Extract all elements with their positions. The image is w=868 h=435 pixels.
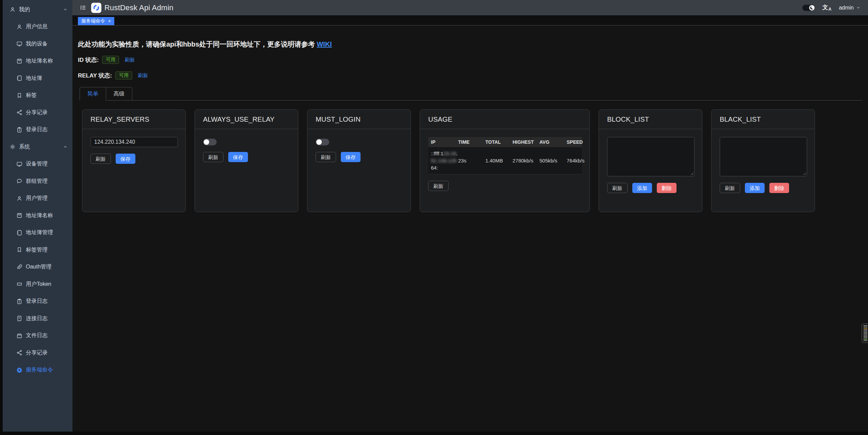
sidebar-group-mine[interactable]: 我的: [3, 1, 72, 18]
main-area: RustDesk Api Admin 文 A admin 服务端命令 ×: [72, 0, 868, 432]
tab-advanced[interactable]: 高级: [106, 87, 132, 101]
sidebar-item-my-devices[interactable]: 我的设备: [3, 35, 72, 53]
sidebar-collapse-icon[interactable]: [80, 4, 86, 11]
relay-servers-input[interactable]: [90, 137, 178, 147]
block-list-textarea[interactable]: [607, 137, 695, 176]
card-usage: USAGE IP TIME TOTAL HIGHEST AVG SPEED: [420, 109, 590, 212]
card-title: BLOCK_LIST: [599, 110, 702, 129]
page-tabbar: 服务端命令 ×: [72, 15, 868, 25]
sidebar-item-label: 登录日志: [26, 126, 48, 133]
wiki-link[interactable]: WIKI: [317, 40, 332, 48]
relay-servers-save-button[interactable]: 保存: [116, 154, 135, 164]
sidebar-item-file-logs[interactable]: 文件日志: [3, 327, 72, 345]
sidebar-item-label: 标签管理: [26, 246, 48, 254]
sidebar-item-addressbook-names-admin[interactable]: 地址簿名称: [3, 207, 72, 224]
id-status-refresh-link[interactable]: 刷新: [124, 57, 135, 63]
translate-glyph-sub: A: [829, 7, 832, 11]
share-icon: [16, 350, 22, 356]
ip-redacted: 23.16: [444, 151, 456, 156]
id-status-label: ID 状态:: [78, 56, 99, 64]
black-list-textarea[interactable]: [720, 137, 807, 176]
sidebar-item-label: 用户信息: [26, 23, 48, 30]
sidebar-item-device-mgmt[interactable]: 设备管理: [3, 156, 72, 173]
share-icon: [16, 109, 22, 116]
always-use-relay-toggle[interactable]: [203, 139, 217, 145]
sidebar-group-label: 系统: [19, 143, 30, 151]
book-icon: [16, 212, 22, 219]
dark-mode-toggle[interactable]: [802, 5, 815, 11]
usage-refresh-button[interactable]: 刷新: [428, 181, 449, 191]
black-list-add-button[interactable]: 添加: [745, 183, 765, 193]
floating-widget-clipped[interactable]: [862, 324, 868, 343]
sidebar-group-system[interactable]: 系统: [3, 138, 72, 156]
sidebar-item-oauth-mgmt[interactable]: Oauth管理: [3, 259, 72, 276]
button-row: 刷新 保存: [316, 152, 402, 162]
relay-status-refresh-link[interactable]: 刷新: [138, 72, 148, 79]
sidebar-item-addressbook[interactable]: 地址簿: [3, 70, 72, 87]
block-list-add-button[interactable]: 添加: [632, 183, 652, 193]
always-use-relay-save-button[interactable]: 保存: [228, 152, 248, 162]
sidebar-item-share-records-admin[interactable]: 分享记录: [3, 344, 72, 362]
block-list-delete-button[interactable]: 删除: [657, 183, 677, 193]
card-body: 刷新 添加 删除: [712, 129, 815, 201]
block-list-refresh-button[interactable]: 刷新: [607, 183, 628, 193]
card-body: 刷新 添加 删除: [599, 129, 702, 201]
card-block-list: BLOCK_LIST 刷新 添加 删除: [599, 109, 702, 212]
document-icon: [16, 315, 22, 321]
sidebar-item-addressbook-mgmt[interactable]: 地址簿管理: [3, 224, 72, 242]
topbar-right: 文 A admin: [802, 4, 861, 11]
sidebar-item-addressbook-names[interactable]: 地址簿名称: [3, 53, 72, 70]
sidebar-item-label: 地址簿名称: [26, 57, 53, 65]
column-header: TOTAL: [483, 139, 510, 145]
button-row: 刷新: [428, 181, 581, 191]
gear-icon: [10, 144, 16, 150]
translate-icon[interactable]: 文 A: [822, 4, 832, 11]
close-icon[interactable]: ×: [108, 19, 111, 23]
card-body: 刷新 保存: [82, 129, 185, 172]
card-always-use-relay: ALWAYS_USE_RELAY 刷新 保存: [195, 109, 298, 212]
button-row: 刷新 保存: [203, 152, 290, 162]
black-list-refresh-button[interactable]: 刷新: [720, 183, 740, 193]
rustdesk-logo[interactable]: [91, 3, 101, 13]
sidebar-item-tags[interactable]: 标签: [3, 87, 72, 104]
sidebar-item-user-mgmt[interactable]: 用户管理: [3, 190, 72, 207]
user-menu[interactable]: admin: [839, 5, 861, 11]
card-body: 刷新 保存: [307, 129, 411, 170]
relay-servers-refresh-button[interactable]: 刷新: [90, 154, 111, 164]
sidebar-item-group-mgmt[interactable]: 群组管理: [3, 173, 72, 190]
ip-redacted: 51.133.125: [431, 158, 456, 163]
sidebar-item-label: 地址簿管理: [26, 229, 53, 236]
app-title: RustDesk Api Admin: [104, 3, 173, 12]
sidebar-item-tag-mgmt[interactable]: 标签管理: [3, 241, 72, 259]
tab-label: 服务端命令: [81, 18, 105, 24]
sidebar-item-user-token[interactable]: 用户Token: [3, 276, 72, 293]
sidebar-item-server-commands[interactable]: 服务端命令: [3, 362, 72, 379]
sidebar-item-share-records[interactable]: 分享记录: [3, 104, 72, 121]
sidebar-item-login-logs[interactable]: 登录日志: [3, 121, 72, 139]
sidebar-item-label: 地址簿: [26, 75, 42, 82]
view-tabs: 简单 高级: [80, 87, 862, 101]
sidebar-item-user-info[interactable]: 用户信息: [3, 18, 72, 36]
must-login-toggle[interactable]: [316, 139, 329, 145]
always-use-relay-refresh-button[interactable]: 刷新: [203, 152, 223, 162]
sidebar-item-login-logs-admin[interactable]: 登录日志: [3, 293, 72, 310]
resize-grip-icon[interactable]: [803, 172, 806, 175]
tab-simple[interactable]: 简单: [80, 87, 106, 101]
black-list-delete-button[interactable]: 删除: [769, 183, 789, 193]
sidebar-item-connection-logs[interactable]: 连接日志: [3, 310, 72, 327]
must-login-refresh-button[interactable]: 刷新: [316, 152, 336, 162]
notebook-icon: [16, 230, 22, 236]
sidebar-item-label: 分享记录: [26, 349, 48, 356]
tab-server-commands[interactable]: 服务端命令 ×: [78, 17, 114, 25]
usage-avg-cell: 505kb/s: [537, 150, 564, 171]
id-status-row: ID 状态: 可用 刷新: [78, 56, 862, 64]
usage-table: IP TIME TOTAL HIGHEST AVG SPEED ::ffff:1…: [428, 137, 582, 174]
button-row: 刷新 保存: [90, 154, 177, 164]
resize-grip-icon[interactable]: [690, 172, 694, 175]
card-must-login: MUST_LOGIN 刷新 保存: [307, 109, 411, 212]
chevron-up-icon: [63, 144, 68, 149]
id-status-badge: 可用: [102, 56, 119, 64]
must-login-save-button[interactable]: 保存: [341, 152, 361, 162]
sidebar-item-label: 登录日志: [26, 298, 48, 305]
moon-icon: [810, 6, 814, 10]
